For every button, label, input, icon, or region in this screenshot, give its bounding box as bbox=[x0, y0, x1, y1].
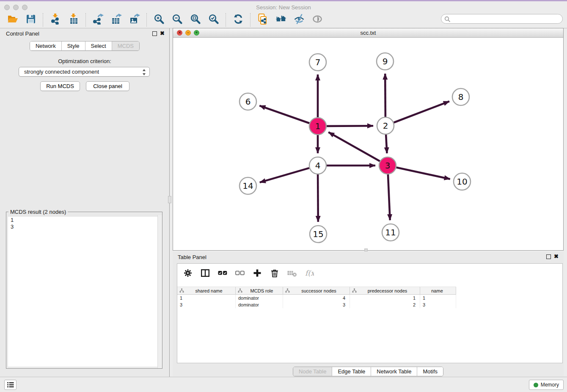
edge-4-14[interactable] bbox=[260, 168, 309, 182]
table-row[interactable]: 3dominator323 bbox=[177, 301, 562, 308]
refresh-layout-button[interactable] bbox=[229, 13, 247, 27]
result-scrollbar[interactable] bbox=[157, 215, 162, 368]
graph-node-4[interactable]: 4 bbox=[309, 157, 326, 174]
vertical-splitter-handle[interactable] bbox=[168, 196, 171, 203]
graph-node-15[interactable]: 15 bbox=[310, 226, 327, 243]
function-builder-icon: f(x) bbox=[305, 268, 314, 279]
home-view-button[interactable] bbox=[272, 13, 290, 27]
edge-2-9[interactable] bbox=[385, 74, 385, 117]
edge-4-15[interactable] bbox=[318, 174, 318, 222]
export-image-icon bbox=[129, 14, 140, 26]
graph-node-14[interactable]: 14 bbox=[239, 177, 256, 194]
deselect-all-rows-button[interactable] bbox=[234, 268, 245, 279]
graph-node-10[interactable]: 10 bbox=[454, 173, 471, 190]
column-type-icon bbox=[179, 288, 184, 293]
control-panel-title: Control Panel bbox=[6, 30, 39, 37]
tab-node-table[interactable]: Node Table bbox=[293, 367, 332, 376]
copy-network-button[interactable] bbox=[253, 13, 272, 27]
table-cell: 1 bbox=[177, 295, 236, 301]
column-header-name[interactable]: name bbox=[420, 287, 456, 295]
graph-node-1[interactable]: 1 bbox=[309, 118, 326, 135]
delete-row-button[interactable] bbox=[269, 268, 280, 279]
network-canvas[interactable]: 7968124314101511 bbox=[173, 38, 563, 250]
edge-3-1[interactable] bbox=[328, 132, 380, 161]
graph-node-3[interactable]: 3 bbox=[379, 157, 396, 174]
show-columns-button[interactable] bbox=[200, 268, 211, 279]
zoom-out-button[interactable] bbox=[168, 13, 186, 27]
export-network-button[interactable] bbox=[89, 13, 107, 27]
table-panel-float-icon[interactable] bbox=[546, 254, 551, 259]
zoom-fit-button[interactable] bbox=[186, 13, 204, 27]
tab-network[interactable]: Network bbox=[30, 41, 61, 50]
graph-node-11[interactable]: 11 bbox=[382, 224, 399, 241]
export-table-button[interactable] bbox=[107, 13, 125, 27]
birds-eye-view-button[interactable] bbox=[308, 13, 326, 27]
add-column-icon bbox=[253, 268, 262, 279]
status-bar: Memory bbox=[0, 377, 567, 392]
horizontal-splitter-handle[interactable] bbox=[364, 248, 368, 251]
graph-node-7[interactable]: 7 bbox=[309, 54, 326, 71]
tab-style[interactable]: Style bbox=[61, 41, 85, 50]
zoom-selected-button[interactable] bbox=[204, 13, 223, 27]
edge-3-11[interactable] bbox=[388, 174, 390, 220]
memory-button[interactable]: Memory bbox=[529, 380, 564, 390]
table-cell: dominator bbox=[236, 295, 283, 301]
column-header-successor-nodes[interactable]: successor nodes bbox=[283, 287, 350, 295]
search-input[interactable] bbox=[452, 15, 559, 23]
tab-select[interactable]: Select bbox=[85, 41, 112, 50]
column-header-shared-name[interactable]: shared name bbox=[177, 287, 236, 295]
close-panel-button[interactable]: Close panel bbox=[86, 81, 129, 91]
zoom-selected-icon bbox=[208, 14, 219, 26]
tab-network-table[interactable]: Network Table bbox=[371, 367, 417, 376]
tab-segmented-control: NetworkStyleSelectMCDS bbox=[30, 41, 140, 51]
edge-2-3[interactable] bbox=[386, 135, 387, 153]
table-settings-button[interactable] bbox=[182, 268, 193, 279]
export-image-button[interactable] bbox=[125, 13, 143, 27]
column-header-MCDS-role[interactable]: MCDS role bbox=[236, 287, 283, 295]
tab-edge-table[interactable]: Edge Table bbox=[332, 367, 371, 376]
node-label: 8 bbox=[458, 92, 464, 102]
mcds-result-title: MCDS result (2 nodes) bbox=[8, 209, 68, 215]
svg-text:f(x): f(x) bbox=[305, 269, 314, 277]
select-all-rows-icon bbox=[218, 268, 227, 279]
table-cell: 3 bbox=[283, 301, 350, 308]
optimization-criterion-select[interactable]: strongly connected component bbox=[19, 67, 150, 77]
import-table-button[interactable] bbox=[64, 13, 83, 27]
graph-node-6[interactable]: 6 bbox=[239, 93, 256, 110]
graph-node-9[interactable]: 9 bbox=[377, 53, 394, 70]
control-panel-close-icon[interactable]: ✖ bbox=[160, 30, 165, 36]
edge-3-10[interactable] bbox=[396, 167, 450, 179]
task-history-button[interactable] bbox=[4, 380, 17, 390]
home-view-icon bbox=[275, 14, 286, 26]
column-header-predecessor-nodes[interactable]: predecessor nodes bbox=[350, 287, 420, 295]
node-label: 1 bbox=[315, 121, 321, 131]
table-cell: dominator bbox=[236, 301, 283, 308]
zoom-in-button[interactable] bbox=[150, 13, 168, 27]
table-panel-close-icon[interactable]: ✖ bbox=[554, 253, 559, 259]
edge-2-8[interactable] bbox=[394, 101, 449, 122]
table-header-row: shared nameMCDS rolesuccessor nodesprede… bbox=[177, 287, 456, 295]
edge-1-2[interactable] bbox=[327, 126, 373, 126]
add-column-button[interactable] bbox=[252, 268, 263, 279]
save-session-button[interactable] bbox=[22, 13, 40, 27]
run-mcds-button[interactable]: Run MCDS bbox=[40, 81, 80, 91]
control-panel-float-icon[interactable] bbox=[152, 31, 157, 36]
hide-graphics-details-button[interactable] bbox=[290, 13, 308, 27]
graph-node-2[interactable]: 2 bbox=[377, 117, 394, 134]
tab-segmented-control: Node TableEdge TableNetwork TableMotifs bbox=[293, 367, 443, 376]
tab-mcds[interactable]: MCDS bbox=[112, 41, 139, 50]
zoom-out-icon bbox=[172, 14, 183, 26]
table-row[interactable]: 1dominator411 bbox=[177, 295, 562, 301]
hide-graphics-details-icon bbox=[294, 14, 305, 26]
select-all-rows-button[interactable] bbox=[217, 268, 228, 279]
import-network-button[interactable] bbox=[46, 13, 64, 27]
node-label: 14 bbox=[242, 181, 253, 191]
graph-node-8[interactable]: 8 bbox=[452, 88, 469, 105]
edge-1-6[interactable] bbox=[259, 106, 309, 123]
node-label: 7 bbox=[315, 57, 321, 67]
table-settings-icon bbox=[183, 268, 193, 279]
open-session-button[interactable] bbox=[3, 13, 22, 27]
birds-eye-view-icon bbox=[312, 14, 323, 26]
task-list-icon bbox=[7, 382, 14, 388]
tab-motifs[interactable]: Motifs bbox=[417, 367, 443, 376]
